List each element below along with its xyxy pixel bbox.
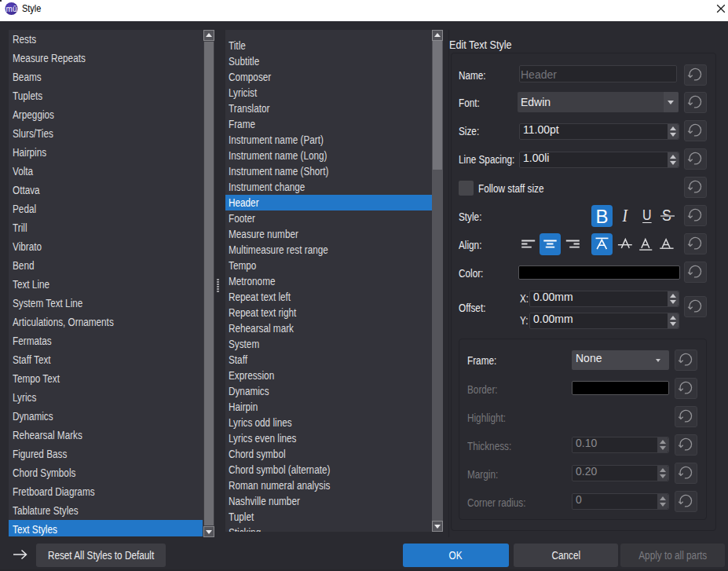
- svg-text:mû: mû: [6, 5, 17, 13]
